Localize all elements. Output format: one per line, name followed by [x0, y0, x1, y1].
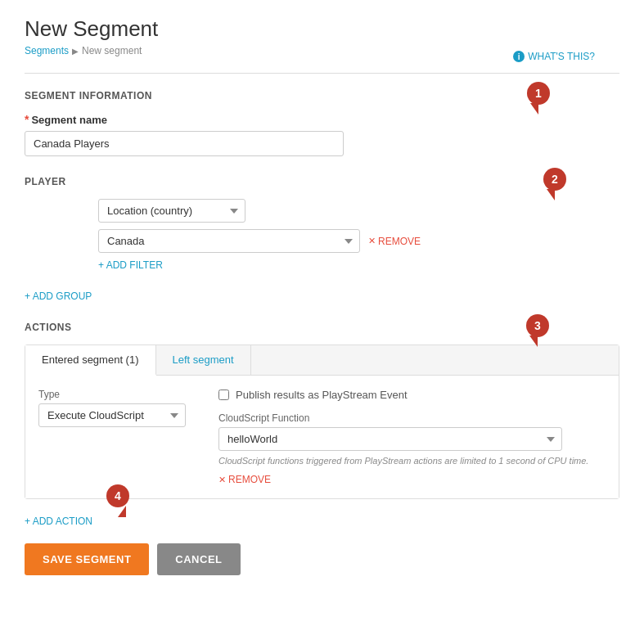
- actions-section: ACTIONS 3 Entered segment (1) Left segme…: [25, 322, 619, 499]
- callout-3: 3: [526, 314, 549, 337]
- actions-tabs-container: 3 Entered segment (1) Left segment Type …: [25, 345, 619, 499]
- publish-label: Publish results as PlayStream Event: [236, 389, 408, 401]
- info-icon: i: [513, 51, 525, 62]
- cloudscript-note: CloudScript functions triggered from Pla…: [218, 456, 606, 466]
- type-row: Type Execute CloudScript Send Push Notif…: [38, 389, 186, 427]
- callout-1: 1: [527, 82, 550, 105]
- cloudscript-select[interactable]: helloWorld processPlayer calculateScore: [218, 427, 562, 451]
- add-action-row: 4 + ADD ACTION: [25, 516, 619, 527]
- add-filter-row: + ADD FILTER: [98, 259, 619, 271]
- cloudscript-label: CloudScript Function: [218, 412, 606, 424]
- header-divider: [25, 73, 619, 74]
- cancel-button[interactable]: CANCEL: [157, 543, 240, 575]
- callout-4: 4: [106, 484, 129, 507]
- filter-value-row: Canada United States United Kingdom Germ…: [98, 229, 619, 253]
- whats-this-label: WHAT'S THIS?: [528, 51, 595, 62]
- breadcrumb-separator: ▶: [72, 47, 79, 56]
- segment-name-input[interactable]: [25, 131, 344, 156]
- type-select[interactable]: Execute CloudScript Send Push Notificati…: [38, 403, 186, 427]
- buttons-row: SAVE SEGMENT CANCEL: [25, 543, 619, 575]
- publish-checkbox[interactable]: [218, 390, 229, 400]
- action-remove-link[interactable]: ✕ REMOVE: [218, 474, 606, 485]
- x-icon-2: ✕: [218, 475, 226, 485]
- publish-row: Publish results as PlayStream Event: [218, 389, 606, 401]
- player-title: PLAYER: [25, 176, 619, 187]
- filter-value-select[interactable]: Canada United States United Kingdom Germ…: [98, 229, 360, 253]
- whats-this-link[interactable]: i WHAT'S THIS?: [513, 51, 595, 62]
- breadcrumb-current: New segment: [82, 45, 142, 56]
- tab-left-segment[interactable]: Left segment: [156, 345, 251, 375]
- tab-content: Type Execute CloudScript Send Push Notif…: [25, 376, 619, 498]
- add-group-link[interactable]: + ADD GROUP: [25, 290, 619, 302]
- add-action-link[interactable]: + ADD ACTION: [25, 516, 619, 527]
- tab-entered-segment[interactable]: Entered segment (1): [25, 345, 156, 376]
- callout-2: 2: [543, 168, 566, 191]
- page-title: New Segment: [25, 16, 619, 42]
- filter-remove-link[interactable]: ✕ REMOVE: [368, 236, 421, 247]
- segment-info-section: 1 SEGMENT INFORMATION * Segment name: [25, 90, 619, 156]
- filter-type-row: Location (country) Level Tag Last Login …: [98, 199, 619, 223]
- save-segment-button[interactable]: SAVE SEGMENT: [25, 543, 149, 575]
- x-icon: ✕: [368, 236, 376, 246]
- breadcrumb-parent[interactable]: Segments: [25, 45, 69, 56]
- add-filter-link[interactable]: + ADD FILTER: [98, 259, 619, 271]
- add-group-row: + ADD GROUP: [25, 290, 619, 302]
- tabs-header: Entered segment (1) Left segment: [25, 345, 619, 376]
- cloudscript-section: CloudScript Function helloWorld processP…: [218, 412, 606, 485]
- type-label: Type: [38, 389, 186, 400]
- filter-type-select[interactable]: Location (country) Level Tag Last Login …: [98, 199, 245, 223]
- segment-name-label: * Segment name: [25, 113, 619, 126]
- action-details: Publish results as PlayStream Event Clou…: [210, 389, 606, 485]
- required-star: *: [25, 113, 29, 126]
- actions-bottom: 4 + ADD ACTION: [25, 516, 619, 527]
- player-section: 2 PLAYER Location (country) Level Tag La…: [25, 176, 619, 271]
